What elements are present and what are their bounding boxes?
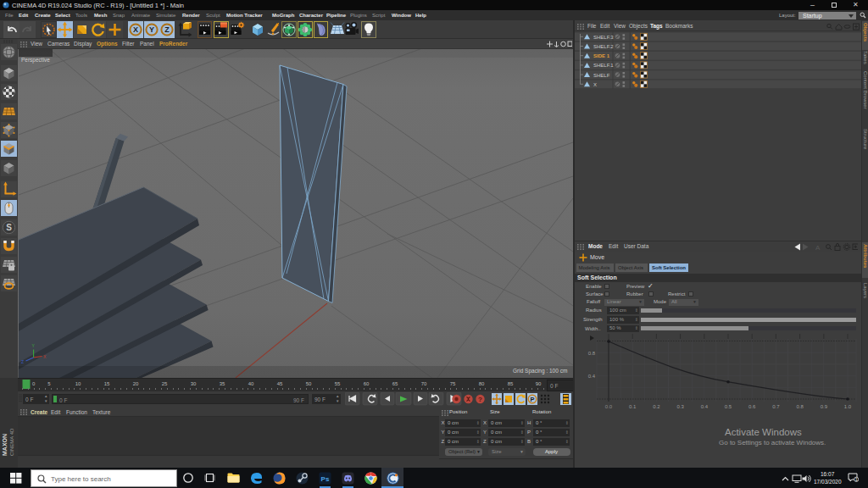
- svg-text:90: 90: [536, 381, 542, 386]
- svg-text:0.8: 0.8: [588, 351, 596, 356]
- svg-text:0.9: 0.9: [821, 404, 828, 409]
- svg-text:0.6: 0.6: [748, 404, 756, 409]
- svg-text:10: 10: [75, 381, 81, 386]
- svg-text:0: 0: [32, 381, 36, 386]
- svg-text:1.0: 1.0: [844, 404, 852, 409]
- svg-text:0.1: 0.1: [629, 404, 637, 409]
- svg-text:70: 70: [421, 381, 427, 386]
- svg-text:85: 85: [508, 381, 514, 386]
- svg-text:0.4: 0.4: [701, 404, 709, 409]
- svg-text:25: 25: [162, 381, 168, 386]
- svg-text:?: ?: [478, 396, 482, 403]
- svg-text:SHELF.2: SHELF.2: [593, 44, 614, 49]
- svg-text:P: P: [530, 396, 534, 403]
- svg-text:60: 60: [364, 381, 370, 386]
- svg-text:65: 65: [392, 381, 398, 386]
- svg-text:0.2: 0.2: [653, 404, 660, 409]
- svg-text:0.0: 0.0: [605, 404, 613, 409]
- svg-text:X: X: [593, 82, 597, 87]
- svg-text:1: 1: [855, 477, 858, 482]
- svg-text:SHELF.1: SHELF.1: [593, 63, 614, 68]
- svg-text:Y: Y: [148, 25, 153, 34]
- svg-text:Z: Z: [21, 359, 24, 364]
- svg-text:SHELF: SHELF: [593, 73, 610, 78]
- svg-text:75: 75: [450, 381, 456, 386]
- svg-text:15: 15: [104, 381, 110, 386]
- svg-text:SIDE 1: SIDE 1: [593, 53, 610, 58]
- svg-text:A: A: [815, 243, 821, 251]
- svg-text:Ps: Ps: [321, 475, 330, 483]
- svg-text:20: 20: [133, 381, 139, 386]
- svg-text:0.8: 0.8: [796, 404, 804, 409]
- svg-text:SHELF.3: SHELF.3: [593, 35, 614, 40]
- svg-text:80: 80: [479, 381, 485, 386]
- svg-text:50: 50: [306, 381, 312, 386]
- svg-text:X: X: [133, 25, 138, 34]
- svg-text:40: 40: [248, 381, 254, 386]
- svg-text:0.4: 0.4: [588, 374, 596, 379]
- svg-text:35: 35: [220, 381, 225, 386]
- svg-text:S: S: [6, 223, 12, 232]
- svg-text:55: 55: [335, 381, 341, 386]
- svg-text:0.5: 0.5: [725, 404, 732, 409]
- svg-text:0.3: 0.3: [676, 404, 684, 409]
- svg-text:0.7: 0.7: [772, 404, 780, 409]
- svg-text:45: 45: [277, 381, 283, 386]
- svg-text:5: 5: [47, 381, 51, 386]
- svg-text:Z: Z: [164, 25, 170, 34]
- svg-text:30: 30: [191, 381, 197, 386]
